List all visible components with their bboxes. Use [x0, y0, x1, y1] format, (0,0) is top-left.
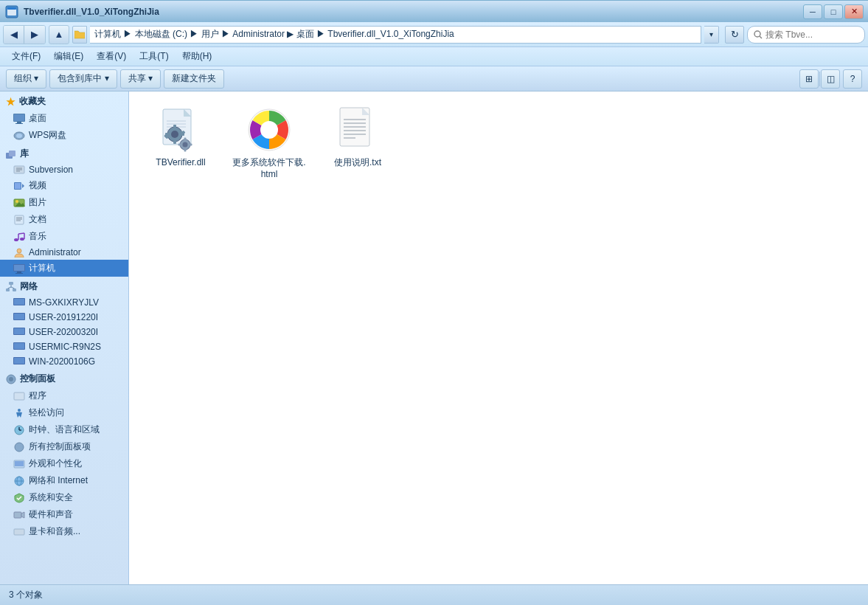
close-button[interactable]: ✕ — [844, 4, 864, 19]
svg-rect-38 — [6, 288, 10, 291]
library-section[interactable]: 库 — [0, 144, 128, 162]
sidebar-item-all-control[interactable]: 所有控制面板项 — [0, 438, 128, 455]
ms-label: MS-GXKIXRYJLV — [29, 297, 99, 308]
svg-rect-46 — [14, 314, 24, 319]
sidebar-item-user1[interactable]: USER-20191220I — [0, 310, 128, 325]
sidebar-item-music[interactable]: 音乐 — [0, 228, 128, 245]
svg-rect-68 — [14, 529, 24, 535]
svg-rect-50 — [14, 343, 24, 349]
sidebar-item-system-security[interactable]: 系统和安全 — [0, 489, 128, 506]
more-label: 显卡和音频... — [29, 525, 80, 538]
svg-rect-79 — [173, 139, 176, 144]
sidebar-item-documents[interactable]: 文档 — [0, 211, 128, 228]
subversion-icon — [13, 165, 25, 175]
svg-rect-90 — [189, 144, 192, 146]
pane-button[interactable]: ◫ — [821, 69, 840, 89]
sidebar-item-subversion[interactable]: Subversion — [0, 162, 128, 177]
menu-edit[interactable]: 编辑(E) — [48, 48, 89, 65]
txt-file-label: 使用说明.txt — [334, 157, 381, 169]
network-internet-icon — [13, 476, 25, 486]
search-input[interactable] — [765, 30, 839, 40]
include-library-button[interactable]: 包含到库中 ▾ — [49, 69, 117, 89]
sidebar-item-videos[interactable]: 视频 — [0, 177, 128, 194]
nav-buttons: ◀ ▶ ▲ — [3, 25, 69, 44]
subversion-label: Subversion — [29, 165, 73, 175]
win-icon — [13, 356, 25, 367]
menu-help[interactable]: 帮助(H) — [176, 48, 218, 65]
html-file-label: 更多系统软件下载.html — [232, 157, 306, 180]
sidebar-item-computer[interactable]: 计算机 — [0, 260, 128, 277]
user1-label: USER-20191220I — [29, 312, 98, 322]
file-item-dll[interactable]: TBVerifier.dll — [140, 103, 221, 184]
svg-point-3 — [754, 31, 760, 37]
music-label: 音乐 — [29, 230, 46, 243]
organize-button[interactable]: 组织 ▾ — [6, 69, 46, 89]
maximize-button[interactable]: □ — [824, 4, 843, 19]
minimize-button[interactable]: ─ — [803, 4, 822, 19]
accessibility-icon — [13, 408, 25, 418]
sidebar-item-wps[interactable]: WPS网盘 — [0, 127, 128, 144]
menu-tools[interactable]: 工具(T) — [133, 48, 174, 65]
svg-point-60 — [15, 443, 24, 452]
svg-line-31 — [18, 233, 24, 234]
ms-icon — [13, 297, 25, 308]
wps-label: WPS网盘 — [29, 129, 66, 142]
programs-icon — [13, 391, 25, 401]
svg-rect-23 — [15, 215, 24, 224]
search-bar[interactable] — [747, 26, 865, 44]
usermic-icon — [13, 342, 25, 352]
file-item-txt[interactable]: 使用说明.txt — [317, 103, 398, 184]
sidebar-item-win[interactable]: WIN-20200106G — [0, 354, 128, 369]
breadcrumb-text: 计算机 ▶ 本地磁盘 (C:) ▶ 用户 ▶ Administrator ▶ 桌… — [94, 28, 454, 41]
sidebar-item-network-internet[interactable]: 网络和 Internet — [0, 472, 128, 489]
music-icon — [13, 232, 25, 242]
svg-point-54 — [9, 377, 13, 381]
svg-rect-8 — [15, 123, 23, 124]
sidebar-item-user2[interactable]: USER-20200320I — [0, 325, 128, 339]
help-button[interactable]: ? — [843, 69, 862, 89]
new-folder-button[interactable]: 新建文件夹 — [164, 69, 224, 89]
sidebar-item-ms[interactable]: MS-GXKIXRYJLV — [0, 295, 128, 310]
status-bar: 3 个对象 — [0, 584, 868, 605]
documents-label: 文档 — [29, 213, 46, 226]
sidebar-item-programs[interactable]: 程序 — [0, 387, 128, 404]
dll-file-icon — [157, 106, 204, 153]
back-button[interactable]: ◀ — [4, 25, 24, 44]
svg-point-28 — [20, 238, 24, 241]
favorites-section[interactable]: ★ 收藏夹 — [0, 91, 128, 110]
network-section[interactable]: 网络 — [0, 277, 128, 295]
sidebar-item-usermic[interactable]: USERMIC-R9N2S — [0, 339, 128, 354]
svg-point-27 — [14, 238, 18, 241]
refresh-button[interactable]: ↻ — [725, 26, 744, 44]
sidebar-item-accessibility[interactable]: 轻松访问 — [0, 404, 128, 421]
file-item-html[interactable]: 更多系统软件下载.html — [229, 103, 310, 184]
forward-button[interactable]: ▶ — [24, 25, 45, 44]
library-label: 库 — [20, 148, 29, 160]
appearance-label: 外观和个性化 — [29, 457, 82, 470]
view-icon-button[interactable]: ⊞ — [799, 69, 819, 89]
svg-rect-66 — [14, 512, 21, 518]
sidebar-item-clock[interactable]: 时钟、语言和区域 — [0, 421, 128, 438]
sidebar-item-more[interactable]: 显卡和音频... — [0, 523, 128, 540]
txt-file-icon — [334, 106, 381, 153]
sidebar-item-pictures[interactable]: 图片 — [0, 194, 128, 211]
svg-point-77 — [171, 131, 178, 138]
dll-file-label: TBVerifier.dll — [156, 157, 205, 169]
pictures-icon — [13, 198, 25, 208]
breadcrumb-dropdown[interactable]: ▾ — [704, 26, 719, 44]
all-control-label: 所有控制面板项 — [29, 440, 91, 453]
up-button[interactable]: ▲ — [49, 25, 69, 44]
window-icon — [4, 4, 19, 19]
sidebar-item-hardware-sound[interactable]: 硬件和声音 — [0, 506, 128, 523]
control-panel-section[interactable]: 控制面板 — [0, 369, 128, 387]
win-label: WIN-20200106G — [29, 356, 95, 367]
sidebar-item-desktop[interactable]: 桌面 — [0, 110, 128, 127]
menu-view[interactable]: 查看(V) — [91, 48, 132, 65]
svg-marker-67 — [21, 512, 24, 518]
breadcrumb-bar[interactable]: 计算机 ▶ 本地磁盘 (C:) ▶ 用户 ▶ Administrator ▶ 桌… — [90, 26, 701, 44]
network-internet-label: 网络和 Internet — [29, 474, 88, 487]
share-button[interactable]: 共享 ▾ — [120, 69, 161, 89]
sidebar-item-administrator[interactable]: Administrator — [0, 245, 128, 260]
menu-file[interactable]: 文件(F) — [6, 48, 46, 65]
sidebar-item-appearance[interactable]: 外观和个性化 — [0, 455, 128, 472]
